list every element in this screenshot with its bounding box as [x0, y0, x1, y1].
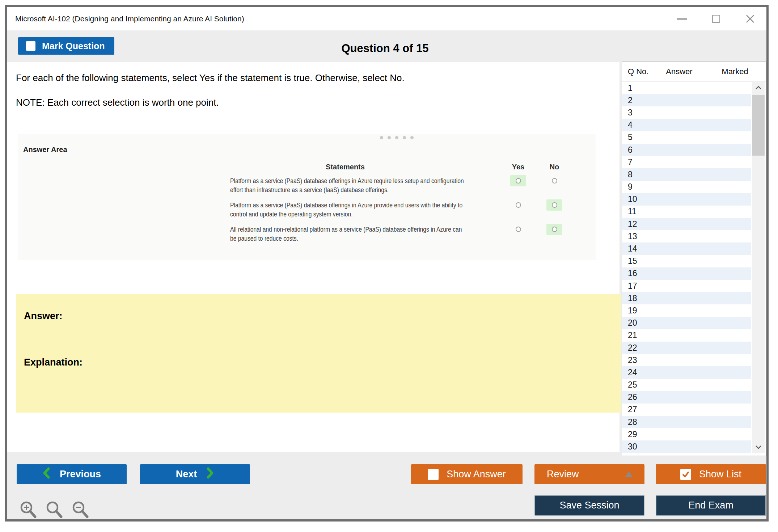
- question-number: 12: [628, 219, 637, 229]
- question-list-row[interactable]: 29: [622, 428, 751, 440]
- qno-header: Q No.: [628, 67, 648, 76]
- question-list-row[interactable]: 24: [622, 366, 751, 379]
- question-number: 5: [628, 132, 633, 142]
- question-number: 18: [628, 294, 637, 303]
- explanation-label: Explanation:: [24, 357, 83, 368]
- yes-column-header: Yes: [507, 163, 529, 171]
- exam-window: Microsoft AI-102 (Designing and Implemen…: [5, 5, 769, 522]
- statement-row: Platform as a service (PaaS) database of…: [230, 201, 574, 219]
- no-radio[interactable]: [552, 227, 557, 232]
- no-radio[interactable]: [552, 202, 557, 208]
- yes-radio[interactable]: [516, 202, 521, 208]
- end-exam-button[interactable]: End Exam: [656, 495, 766, 516]
- question-number: 14: [628, 244, 637, 254]
- question-list-rows: 1234567891011121314151617181920212223242…: [622, 82, 751, 453]
- question-list-row[interactable]: 1: [622, 82, 751, 94]
- question-list-row[interactable]: 6: [622, 144, 751, 156]
- question-list-row[interactable]: 15: [622, 255, 751, 267]
- scroll-down-icon[interactable]: [752, 442, 765, 453]
- no-option-cell-highlighted: [546, 224, 562, 235]
- next-label: Next: [176, 469, 197, 480]
- previous-button[interactable]: Previous: [17, 464, 127, 484]
- question-list-row[interactable]: 28: [622, 416, 751, 428]
- question-list-row[interactable]: 26: [622, 391, 751, 404]
- question-list-row[interactable]: 23: [622, 354, 751, 366]
- chevron-left-icon: [42, 467, 50, 481]
- drag-dots-icon: [380, 136, 414, 139]
- scroll-up-icon[interactable]: [752, 82, 765, 93]
- statement-row: Platform as a service (PaaS) database of…: [230, 177, 574, 195]
- question-number: 11: [628, 207, 637, 216]
- save-session-button[interactable]: Save Session: [534, 495, 644, 516]
- question-number: 19: [628, 306, 637, 316]
- question-list-row[interactable]: 25: [622, 379, 751, 391]
- show-list-button[interactable]: Show List: [656, 464, 766, 484]
- question-list-row[interactable]: 3: [622, 106, 751, 119]
- window-controls: [677, 7, 756, 30]
- question-list-row[interactable]: 13: [622, 230, 751, 242]
- show-list-checkbox[interactable]: [680, 469, 691, 480]
- magnifier-icon[interactable]: [45, 500, 63, 520]
- yes-radio[interactable]: [516, 227, 521, 232]
- question-list-row[interactable]: 20: [622, 317, 751, 329]
- question-list-row[interactable]: 9: [622, 181, 751, 193]
- end-exam-label: End Exam: [688, 500, 733, 511]
- question-list-row[interactable]: 27: [622, 404, 751, 416]
- question-list-row[interactable]: 8: [622, 168, 751, 181]
- answer-explanation-panel: Answer: Explanation:: [16, 294, 621, 413]
- question-number: 23: [628, 355, 637, 365]
- question-list-row[interactable]: 18: [622, 292, 751, 304]
- show-answer-label: Show Answer: [447, 469, 506, 480]
- question-list-row[interactable]: 7: [622, 156, 751, 168]
- question-list-panel: Q No. Answer Marked 12345678910111213141…: [622, 62, 766, 456]
- close-icon[interactable]: [745, 13, 756, 24]
- question-counter: Question 4 of 15: [7, 42, 763, 55]
- scrollbar-thumb[interactable]: [752, 95, 765, 156]
- question-list-scrollbar[interactable]: [752, 82, 765, 453]
- question-list-row[interactable]: 11: [622, 206, 751, 218]
- show-answer-button[interactable]: Show Answer: [411, 464, 523, 484]
- question-number: 17: [628, 281, 637, 291]
- question-number: 13: [628, 232, 637, 241]
- question-number: 10: [628, 194, 637, 204]
- yes-option-cell: [510, 224, 526, 235]
- statement-text: All relational and non-relational platfo…: [230, 225, 501, 243]
- no-radio[interactable]: [552, 178, 557, 183]
- question-list-row[interactable]: 22: [622, 342, 751, 354]
- question-number: 2: [628, 96, 633, 105]
- question-number: 25: [628, 380, 637, 390]
- question-number: 15: [628, 256, 637, 266]
- minimize-icon[interactable]: [677, 13, 688, 24]
- question-number: 26: [628, 392, 637, 402]
- question-number: 21: [628, 330, 637, 340]
- answer-header: Answer: [657, 67, 702, 76]
- maximize-icon[interactable]: [711, 13, 722, 24]
- question-list-row[interactable]: 14: [622, 242, 751, 255]
- zoom-in-icon[interactable]: [19, 500, 37, 520]
- next-button[interactable]: Next: [140, 464, 250, 484]
- yes-option-cell: [510, 199, 526, 211]
- review-button[interactable]: Review: [534, 464, 644, 484]
- question-number: 20: [628, 318, 637, 328]
- question-list-header: Q No. Answer Marked: [622, 62, 766, 81]
- question-number: 16: [628, 269, 637, 278]
- question-number: 8: [628, 170, 633, 180]
- question-list-row[interactable]: 17: [622, 280, 751, 292]
- statement-text: Platform as a service (PaaS) database of…: [230, 201, 501, 219]
- save-session-label: Save Session: [559, 500, 619, 511]
- question-list-row[interactable]: 2: [622, 94, 751, 106]
- question-list-row[interactable]: 19: [622, 304, 751, 317]
- question-list-row[interactable]: 5: [622, 131, 751, 144]
- question-list-row[interactable]: 12: [622, 218, 751, 230]
- question-list-row[interactable]: 21: [622, 329, 751, 342]
- show-answer-checkbox[interactable]: [428, 469, 439, 480]
- answer-label: Answer:: [24, 311, 63, 322]
- zoom-out-icon[interactable]: [71, 500, 89, 520]
- window-title: Microsoft AI-102 (Designing and Implemen…: [15, 7, 244, 30]
- question-list-row[interactable]: 16: [622, 267, 751, 280]
- yes-radio[interactable]: [516, 178, 521, 183]
- question-number: 3: [628, 108, 633, 118]
- question-list-row[interactable]: 30: [622, 440, 751, 453]
- question-list-row[interactable]: 4: [622, 119, 751, 131]
- question-list-row[interactable]: 10: [622, 193, 751, 206]
